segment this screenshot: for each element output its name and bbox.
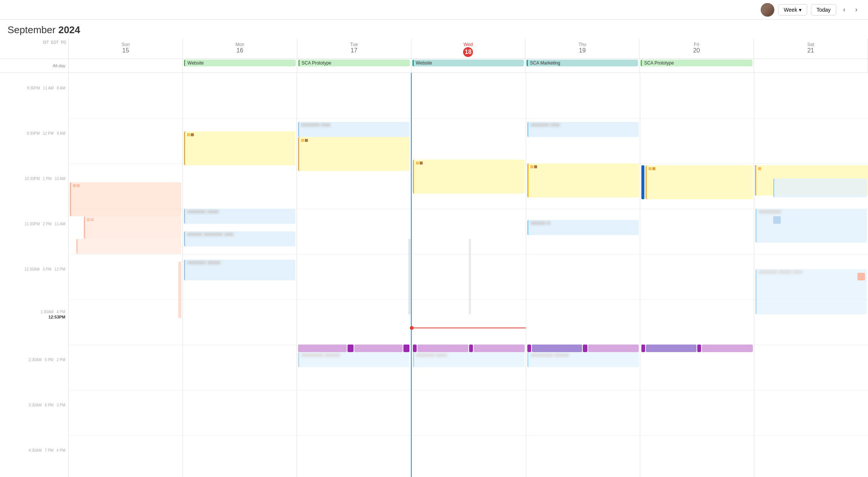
day-col-sun[interactable] <box>69 73 183 477</box>
time-gutter: 8:30PM11 AM8 AM 9:30PM12 PM9 AM 10:30PM1… <box>0 73 69 477</box>
event-wed-purple-row <box>413 345 524 352</box>
current-time-dot <box>410 326 414 330</box>
prev-button[interactable]: ‹ <box>840 4 848 15</box>
time-label-430: 4:30AM7 PM4 PM <box>29 448 65 452</box>
week-label: Week <box>784 7 797 13</box>
year: 2024 <box>58 24 80 35</box>
event-tue-lb-top[interactable] <box>298 122 409 137</box>
day-header-wed[interactable]: Wed 18 <box>411 39 525 58</box>
allday-sun <box>69 59 183 72</box>
event-fri-purple-row <box>641 345 753 352</box>
event-mon-lb1[interactable] <box>184 209 295 224</box>
allday-fri: SCA Prototype <box>639 59 754 72</box>
allday-tue: SCA Prototype <box>297 59 411 72</box>
day-col-tue[interactable] <box>297 73 411 477</box>
allday-event-sca-prototype-fri[interactable]: SCA Prototype <box>641 60 752 66</box>
allday-event-website-wed[interactable]: Website <box>412 60 524 66</box>
event-thu-lb-bottom[interactable] <box>527 352 639 367</box>
day-header-fri[interactable]: Fri 20 <box>639 39 754 58</box>
event-tue-purple-row <box>298 345 409 352</box>
day-header-mon[interactable]: Mon 16 <box>183 39 297 58</box>
event-sun-1[interactable] <box>70 182 181 216</box>
day-header-thu[interactable]: Thu 19 <box>525 39 639 58</box>
current-time-indicator <box>412 328 525 328</box>
event-wed-lb-bottom[interactable] <box>413 352 524 367</box>
event-sun-3[interactable] <box>76 239 181 254</box>
avatar[interactable] <box>761 3 774 17</box>
tz-edt: EDT <box>51 40 59 45</box>
event-tue-yellow[interactable] <box>298 137 409 171</box>
grid-body: 8:30PM11 AM8 AM 9:30PM12 PM9 AM 10:30PM1… <box>0 73 868 477</box>
days-grid <box>69 73 868 477</box>
day-header-tue[interactable]: Tue 17 <box>297 39 411 58</box>
event-thu-yellow[interactable] <box>527 163 639 197</box>
allday-label: All-day <box>0 59 69 72</box>
time-label-330: 3:30AM6 PM3 PM <box>29 403 65 407</box>
event-sun-2[interactable] <box>84 216 181 239</box>
wed-divider <box>469 239 471 314</box>
month-title: September 2024 <box>8 24 860 36</box>
calendar-header: September 2024 <box>0 20 868 39</box>
tz-header: IST EDT PD <box>0 39 69 58</box>
month-name: September <box>8 24 56 35</box>
time-label-930: 9:30PM12 PM9 AM <box>27 131 65 135</box>
allday-thu: SCA Marketing <box>525 59 639 72</box>
event-mon-yellow[interactable] <box>184 131 295 165</box>
event-sat-lb-top[interactable] <box>773 178 867 197</box>
time-label-1230: 12:30AM3 PM12 PM <box>25 267 65 271</box>
tz-ist: IST <box>43 40 49 45</box>
week-view-button[interactable]: Week ▾ <box>778 4 807 15</box>
day-header-sat[interactable]: Sat 21 <box>754 39 868 58</box>
event-thu-lb-top[interactable] <box>527 122 639 137</box>
next-button[interactable]: › <box>852 4 860 15</box>
allday-event-sca-prototype-tue[interactable]: SCA Prototype <box>298 60 410 66</box>
event-sat-lb-large[interactable] <box>755 269 867 314</box>
event-thu-purple-row <box>527 345 639 352</box>
allday-row: All-day Website SCA Prototype Website SC… <box>0 59 868 73</box>
calendar-grid: IST EDT PD Sun 15 Mon 16 Tue 17 Wed 18 T… <box>0 39 868 477</box>
day-col-sat[interactable] <box>754 73 868 477</box>
chevron-down-icon: ▾ <box>799 7 802 13</box>
event-mon-lb2[interactable] <box>184 231 295 246</box>
allday-sat <box>754 59 868 72</box>
event-fri-yellow[interactable] <box>646 165 753 199</box>
event-sun-strip <box>178 262 181 318</box>
tz-pd: PD <box>61 40 66 45</box>
event-tue-lb-bottom[interactable] <box>298 352 409 367</box>
day-col-thu[interactable] <box>526 73 640 477</box>
day-header-row: IST EDT PD Sun 15 Mon 16 Tue 17 Wed 18 T… <box>0 39 868 59</box>
time-label-current: 1:30AM4 PM 12:53PM <box>40 310 65 319</box>
event-wed-yellow[interactable] <box>413 160 524 194</box>
allday-mon: Website <box>183 59 297 72</box>
day-header-sun[interactable]: Sun 15 <box>69 39 183 58</box>
tue-divider <box>408 239 411 314</box>
allday-wed: Website <box>411 59 525 72</box>
event-sat-lb-bottom[interactable] <box>755 209 867 243</box>
allday-event-website-mon[interactable]: Website <box>184 60 295 66</box>
time-label-830: 8:30PM11 AM8 AM <box>27 86 65 90</box>
event-mon-lb3[interactable] <box>184 260 295 280</box>
day-col-mon[interactable] <box>183 73 297 477</box>
day-col-wed[interactable] <box>411 73 526 477</box>
allday-event-sca-marketing[interactable]: SCA Marketing <box>527 60 638 66</box>
time-label-1030: 10:30PM1 PM10 AM <box>25 177 65 181</box>
event-thu-lb[interactable] <box>527 220 639 235</box>
top-bar: Week ▾ Today ‹ › <box>0 0 868 20</box>
time-label-230: 2:30AM5 PM2 PM <box>29 358 65 362</box>
time-label-1130: 11:30PM2 PM11 AM <box>25 222 65 226</box>
today-button[interactable]: Today <box>811 4 836 15</box>
day-col-fri[interactable] <box>640 73 754 477</box>
event-fri-blue-strip <box>641 165 644 199</box>
